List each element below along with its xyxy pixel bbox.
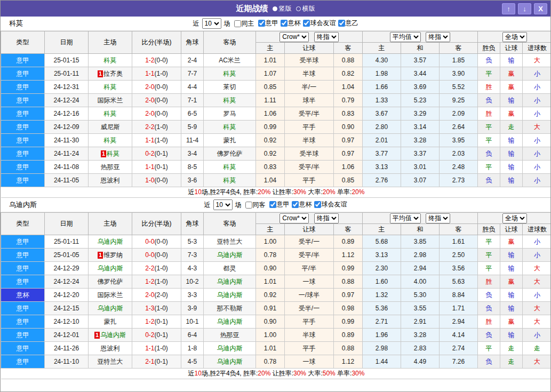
bookmaker-select[interactable]: Crow* — [280, 32, 309, 42]
date-cell: 24-11-05 — [45, 174, 89, 187]
result-goals-cell: 大 — [523, 121, 551, 134]
league-checkbox[interactable] — [292, 201, 299, 208]
layout-radio-vertical[interactable]: 竖版 — [273, 4, 292, 13]
move-up-button[interactable]: ↑ — [502, 3, 515, 14]
score-cell: 0-2(0-1) — [132, 329, 181, 342]
same-venue-filter[interactable]: 同主 — [234, 19, 254, 28]
summary-text: 近 — [188, 370, 195, 377]
corner-cell: 2-4 — [181, 54, 204, 67]
league-filter[interactable]: 意杯 — [281, 19, 301, 28]
match-row: 意甲24-12-31科莫2-0(0-0)4-4莱切0.85半/一1.041.66… — [1, 81, 551, 94]
move-down-button[interactable]: ↓ — [518, 3, 531, 14]
odds-stage-select-1[interactable]: 终指 — [314, 32, 339, 42]
col-odds-home: 主 — [256, 43, 285, 54]
avg-home-cell: 1.66 — [363, 81, 401, 94]
col-avg-draw: 和 — [401, 224, 440, 235]
halftime-score: (0-1) — [155, 331, 168, 339]
same-venue-checkbox[interactable] — [234, 20, 241, 27]
average-select[interactable]: 平均值 — [390, 32, 421, 42]
team-name: 乌迪内斯 — [9, 200, 37, 210]
period-select[interactable]: 全场 — [502, 32, 527, 42]
home-team-name: 科莫 — [104, 57, 117, 64]
bookmaker-select[interactable]: Crow* — [280, 213, 309, 223]
odds-home-cell: 1.04 — [256, 174, 285, 187]
league-checkbox[interactable] — [314, 201, 321, 208]
fulltime-score: 1-1 — [145, 70, 154, 77]
fulltime-score: 1-1 — [145, 163, 154, 171]
league-checkbox[interactable] — [303, 20, 310, 27]
avg-home-cell: 1.44 — [363, 355, 401, 369]
rank-badge: 1 — [94, 332, 100, 339]
away-team-name: 佛罗伦萨 — [217, 150, 243, 157]
handicap-cell: 一球 — [285, 355, 334, 369]
summary-stat-value: 20% — [323, 188, 336, 196]
date-cell: 25-01-05 — [45, 249, 89, 262]
league-filter[interactable]: 意甲 — [269, 200, 290, 209]
section-control-row: 科莫 近 10 场 同主 意甲意杯球会友谊意乙 — [1, 17, 550, 31]
match-filters: 近 10 场 同主 意甲意杯球会友谊意乙 — [193, 18, 358, 29]
result-handicap-cell: 输 — [500, 161, 523, 174]
close-button[interactable]: X — [534, 3, 547, 14]
league-filter[interactable]: 意杯 — [292, 200, 312, 209]
summary-text: 场,胜2平4负4, 胜率: — [202, 188, 258, 196]
col-score: 比分(半场) — [132, 213, 181, 235]
date-cell: 25-01-11 — [45, 67, 89, 81]
summary-text: 大率: — [306, 188, 323, 196]
odds-home-cell: 1.01 — [256, 54, 285, 67]
type-cell: 意甲 — [1, 94, 45, 107]
away-team-name: 乌迪内斯 — [217, 251, 243, 259]
match-count-select[interactable]: 10 — [213, 199, 233, 210]
odds-stage-select-2[interactable]: 终指 — [426, 213, 450, 223]
handicap-cell: 平手 — [285, 342, 334, 355]
odds-stage-select-2[interactable]: 终指 — [426, 32, 450, 42]
league-filter[interactable]: 意乙 — [338, 19, 358, 28]
score-cell: 2-2(1-0) — [132, 121, 181, 134]
league-checkbox[interactable] — [338, 20, 345, 27]
rank-badge: 1 — [98, 252, 103, 259]
home-team-name: 维罗纳 — [103, 251, 123, 259]
league-filter[interactable]: 球会友谊 — [314, 200, 347, 209]
halftime-score: (0-0) — [155, 83, 168, 91]
score-cell: 1-0(0-0) — [132, 174, 181, 187]
period-select[interactable]: 全场 — [502, 213, 527, 223]
odds-away-cell: 0.97 — [334, 147, 363, 161]
away-team-cell: 科莫 — [204, 67, 256, 81]
league-checkbox[interactable] — [269, 201, 276, 208]
away-team-name: 罗马 — [223, 110, 236, 117]
avg-draw-cell: 2.94 — [401, 262, 440, 275]
league-filter[interactable]: 球会友谊 — [303, 19, 336, 28]
match-row: 意杯24-12-20国际米兰2-0(2-0)3-3乌迪内斯0.92一/球半0.9… — [1, 289, 551, 302]
match-row: 意甲24-12-16科莫2-0(0-0)6-5罗马1.06受平/半0.833.6… — [1, 107, 551, 121]
result-goals-cell: 小 — [523, 235, 551, 249]
score-cell: 1-1(0-1) — [132, 161, 181, 174]
avg-home-cell: 2.01 — [363, 134, 401, 147]
result-goals-cell: 小 — [523, 289, 551, 302]
avg-home-cell: 2.71 — [363, 315, 401, 329]
handicap-cell: 平/半 — [285, 262, 334, 275]
match-count-select[interactable]: 10 — [202, 18, 221, 29]
result-handicap-cell: 输 — [500, 249, 523, 262]
league-filter[interactable]: 意甲 — [258, 19, 278, 28]
result-handicap-cell: 赢 — [500, 315, 523, 329]
average-select[interactable]: 平均值 — [390, 213, 421, 223]
home-team-cell: 国际米兰 — [89, 289, 132, 302]
summary-text: 场,胜2平4负4, 胜率: — [202, 370, 258, 377]
same-venue-checkbox[interactable] — [245, 202, 252, 209]
league-checkbox[interactable] — [258, 20, 265, 27]
recent-results-window: 近期战绩 竖版 横版 ↑ ↓ X 科莫 近 10 场 同主 意 — [0, 0, 551, 392]
type-cell: 意甲 — [1, 275, 45, 289]
layout-radio-horizontal[interactable]: 横版 — [296, 4, 315, 13]
same-venue-filter[interactable]: 同客 — [245, 201, 266, 210]
corner-cell: 5-9 — [181, 121, 204, 134]
date-cell: 24-12-09 — [45, 121, 89, 134]
result-wdl-cell: 胜 — [478, 315, 500, 329]
avg-draw-cell: 2.98 — [401, 249, 440, 262]
col-avg-away: 客 — [440, 43, 478, 54]
corner-cell: 4-4 — [181, 81, 204, 94]
away-team-cell: 乌迪内斯 — [204, 289, 256, 302]
summary-stat-value: 20% — [258, 188, 270, 196]
fulltime-score: 1-2 — [145, 318, 154, 325]
halftime-score: (1-0) — [155, 265, 168, 272]
odds-stage-select-1[interactable]: 终指 — [314, 213, 339, 223]
league-checkbox[interactable] — [281, 20, 288, 27]
